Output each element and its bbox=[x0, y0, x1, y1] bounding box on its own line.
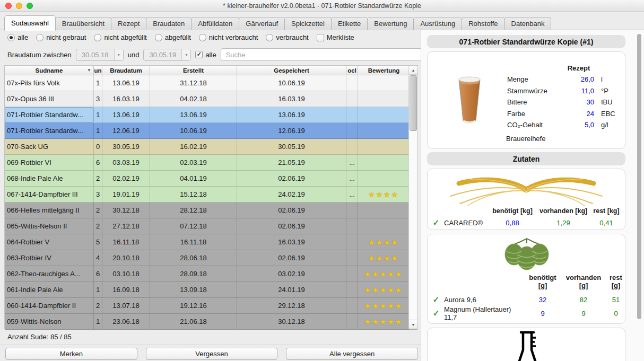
cell-num[interactable]: 2 bbox=[94, 298, 102, 314]
cell-gespeichert[interactable]: 24.02.19 bbox=[237, 187, 346, 202]
cell-braudatum[interactable]: 03.10.18 bbox=[102, 266, 150, 282]
cell-braudatum[interactable]: 13.07.18 bbox=[102, 298, 150, 314]
cell-erstellt[interactable]: 21.06.18 bbox=[150, 314, 237, 330]
cell-flag[interactable] bbox=[346, 123, 358, 139]
cell-sudname[interactable]: 061-Indie Pale Ale bbox=[5, 282, 94, 298]
cell-erstellt[interactable]: 15.12.18 bbox=[150, 187, 237, 202]
table-row[interactable]: 060-1414-Dampfbier II 2 13.07.18 19.12.1… bbox=[5, 298, 417, 314]
cell-erstellt[interactable]: 19.12.16 bbox=[150, 298, 237, 314]
scroll-up-icon[interactable]: ▲ bbox=[409, 66, 417, 75]
cell-bewertung[interactable] bbox=[358, 107, 410, 123]
table-row[interactable]: 065-Wittis-Nelson II 2 27.12.18 07.12.18… bbox=[5, 218, 417, 234]
minimize-window-icon[interactable] bbox=[16, 3, 22, 9]
cell-bewertung[interactable] bbox=[358, 123, 410, 139]
column-header-sudname[interactable]: Sudname ▼ bbox=[5, 66, 94, 75]
column-header-bewertung[interactable]: Bewertung bbox=[358, 66, 410, 75]
cell-braudatum[interactable]: 13.06.19 bbox=[102, 107, 150, 123]
cell-num[interactable]: 0 bbox=[94, 139, 102, 155]
cell-bewertung[interactable] bbox=[358, 171, 410, 187]
tab[interactable]: Spickzettel bbox=[284, 17, 332, 30]
table-row[interactable]: 064-Rotbier V 5 16.11.18 16.11.18 16.03.… bbox=[5, 234, 417, 250]
panel-scrollbar-thumb[interactable] bbox=[637, 34, 641, 319]
cell-braudatum[interactable]: 30.05.19 bbox=[102, 139, 150, 155]
tab[interactable]: Bewertung bbox=[367, 17, 414, 30]
cell-sudname[interactable]: 07x-Pils fürs Volk bbox=[5, 75, 94, 91]
cell-flag[interactable] bbox=[346, 234, 358, 250]
cell-gespeichert[interactable]: 02.06.19 bbox=[237, 202, 346, 218]
column-header-erstellt[interactable]: Erstellt bbox=[150, 66, 237, 75]
cell-num[interactable]: 2 bbox=[94, 218, 102, 234]
cell-sudname[interactable]: 067-1414-Dampfbier III bbox=[5, 187, 94, 202]
cell-braudatum[interactable]: 12.06.19 bbox=[102, 123, 150, 139]
cell-num[interactable]: 4 bbox=[94, 250, 102, 266]
cell-erstellt[interactable]: 02.03.19 bbox=[150, 155, 237, 171]
table-row[interactable]: 071-Rotbier Standardw... 1 13.06.19 13.0… bbox=[5, 107, 417, 123]
cell-bewertung[interactable]: ★★★★ bbox=[358, 234, 410, 250]
cell-num[interactable]: 6 bbox=[94, 266, 102, 282]
cell-flag[interactable]: ... bbox=[346, 187, 358, 202]
cell-gespeichert[interactable]: 03.02.19 bbox=[237, 266, 346, 282]
alle-dates-checkbox[interactable]: ✓ alle bbox=[195, 51, 216, 59]
table-row[interactable]: 07x-Pils fürs Volk 1 13.06.19 31.12.18 1… bbox=[5, 75, 417, 91]
table-row[interactable]: 059-Wittis-Nelson 1 23.06.18 21.06.18 30… bbox=[5, 314, 417, 330]
tab[interactable]: Rohstoffe bbox=[462, 17, 504, 30]
cell-bewertung[interactable]: ★★★★★ bbox=[358, 314, 410, 330]
cell-num[interactable]: 1 bbox=[94, 314, 102, 330]
table-row[interactable]: 066-Helles mittelgärig II 2 30.12.18 28.… bbox=[5, 202, 417, 218]
cell-flag[interactable] bbox=[346, 314, 358, 330]
cell-erstellt[interactable]: 28.12.18 bbox=[150, 202, 237, 218]
cell-gespeichert[interactable]: 12.06.19 bbox=[237, 123, 346, 139]
cell-gespeichert[interactable]: 30.12.18 bbox=[237, 314, 346, 330]
merken-button[interactable]: Merken bbox=[5, 348, 137, 360]
tab[interactable]: Braudaten bbox=[146, 17, 192, 30]
column-header-braudatum[interactable]: Braudatum bbox=[102, 66, 150, 75]
cell-sudname[interactable]: 065-Wittis-Nelson II bbox=[5, 218, 94, 234]
tab[interactable]: Brauübersicht bbox=[55, 17, 111, 30]
cell-num[interactable]: 6 bbox=[94, 155, 102, 171]
cell-bewertung[interactable] bbox=[358, 218, 410, 234]
cell-bewertung[interactable] bbox=[358, 91, 410, 107]
cell-braudatum[interactable]: 27.12.18 bbox=[102, 218, 150, 234]
cell-sudname[interactable]: 07x-Opus 36 III bbox=[5, 91, 94, 107]
alle-vergessen-button[interactable]: Alle vergessen bbox=[286, 348, 418, 360]
cell-flag[interactable]: ... bbox=[346, 171, 358, 187]
cell-flag[interactable] bbox=[346, 282, 358, 298]
cell-erstellt[interactable]: 10.06.19 bbox=[150, 123, 237, 139]
tab[interactable]: Gärverlauf bbox=[239, 17, 285, 30]
scrollbar-thumb[interactable] bbox=[410, 75, 417, 131]
cell-gespeichert[interactable]: 29.12.18 bbox=[237, 298, 346, 314]
cell-bewertung[interactable] bbox=[358, 202, 410, 218]
cell-flag[interactable]: ... bbox=[346, 155, 358, 171]
merkliste-checkbox[interactable]: ✓ Merkliste bbox=[317, 33, 354, 41]
cell-bewertung[interactable]: ★★★★ bbox=[358, 187, 410, 202]
cell-flag[interactable] bbox=[346, 202, 358, 218]
column-header-num[interactable]: un bbox=[94, 66, 102, 75]
cell-erstellt[interactable]: 16.02.19 bbox=[150, 139, 237, 155]
table-row[interactable]: 068-Indie Pale Ale 2 02.02.19 04.01.19 0… bbox=[5, 171, 417, 187]
table-row[interactable]: 071-Rotbier Standardw... 1 12.06.19 10.0… bbox=[5, 123, 417, 139]
cell-sudname[interactable]: 060-1414-Dampfbier II bbox=[5, 298, 94, 314]
cell-bewertung[interactable]: ★★★★ bbox=[358, 250, 410, 266]
cell-erstellt[interactable]: 04.02.18 bbox=[150, 91, 237, 107]
cell-bewertung[interactable] bbox=[358, 75, 410, 91]
scroll-down-icon[interactable]: ▼ bbox=[409, 320, 417, 329]
cell-num[interactable]: 3 bbox=[94, 91, 102, 107]
tab[interactable]: Etikette bbox=[331, 17, 368, 30]
date-to-dropdown[interactable]: 30.05.19 ▼ bbox=[143, 49, 191, 61]
cell-braudatum[interactable]: 19.01.19 bbox=[102, 187, 150, 202]
cell-gespeichert[interactable]: 16.03.19 bbox=[237, 91, 346, 107]
cell-flag[interactable] bbox=[346, 107, 358, 123]
cell-num[interactable]: 5 bbox=[94, 234, 102, 250]
cell-sudname[interactable]: 068-Indie Pale Ale bbox=[5, 171, 94, 187]
status-radio[interactable]: verbraucht bbox=[266, 33, 308, 41]
cell-bewertung[interactable]: ★★★★★ bbox=[358, 282, 410, 298]
column-header-gespeichert[interactable]: Gespeichert bbox=[237, 66, 346, 75]
status-radio[interactable]: nicht gebraut bbox=[36, 33, 86, 41]
cell-gespeichert[interactable]: 24.01.19 bbox=[237, 282, 346, 298]
cell-sudname[interactable]: 066-Helles mittelgärig II bbox=[5, 202, 94, 218]
panel-scrollbar[interactable] bbox=[636, 33, 642, 359]
cell-braudatum[interactable]: 16.09.18 bbox=[102, 282, 150, 298]
date-from-dropdown[interactable]: 30.05.18 ▼ bbox=[76, 49, 124, 61]
cell-bewertung[interactable] bbox=[358, 155, 410, 171]
cell-flag[interactable] bbox=[346, 298, 358, 314]
